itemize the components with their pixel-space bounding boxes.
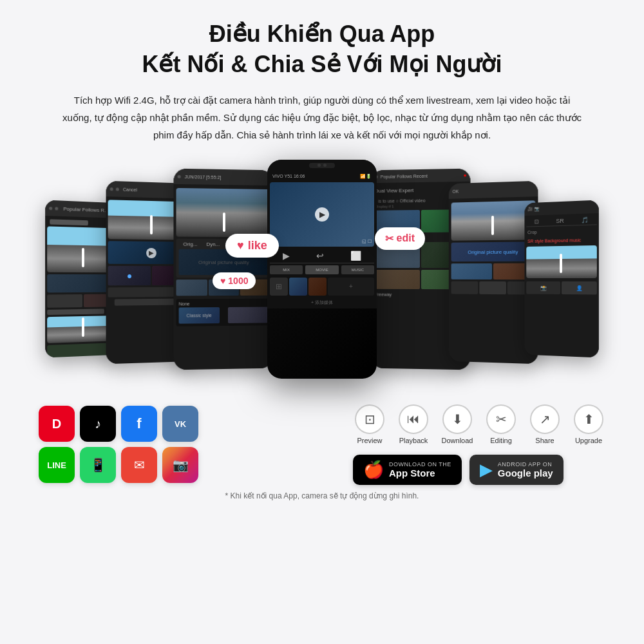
feature-share: ↗ Share xyxy=(528,404,562,444)
phone-far-right: 🎥 📷 ⊡ SR 🎵 Crop SR style Background musi… xyxy=(524,200,598,357)
title-line2: Kết Nối & Chia Sẻ Với Mọi Người xyxy=(142,51,502,77)
main-title: Điều Khiển Qua App Kết Nối & Chia Sẻ Với… xyxy=(142,19,502,80)
description-text: Tích hợp Wifi 2.4G, hỗ trợ cài đặt camer… xyxy=(58,91,586,144)
editing-label: Editing xyxy=(490,437,512,444)
icon-line[interactable]: LINE xyxy=(39,447,75,483)
phone-cluster: ♥ like ✂ edit ♥ 1000 Popular Follows R..… xyxy=(45,150,599,395)
phone-center-main: VIVO Y51 16:06 📶🔋 ▶ ◱ ☐ ▶ ↩ ⬜ MIX MOV xyxy=(267,160,377,379)
feature-upgrade: ⬆ Upgrade xyxy=(572,404,605,444)
edit-bubble: ✂ edit xyxy=(375,227,425,250)
icon-facebook[interactable]: f xyxy=(121,406,157,442)
social-icons-grid: D ♪ f VK LINE 📱 ✉ 📷 xyxy=(39,406,198,483)
phone-center-left: JUN/2017 [5:55:2] Orig... Dyn... Chi... … xyxy=(173,168,273,370)
share-label: Share xyxy=(535,437,554,444)
download-label: Download xyxy=(442,437,473,444)
edit-text: edit xyxy=(397,232,415,244)
share-icon: ↗ xyxy=(530,404,560,434)
heart-count-number: 1000 xyxy=(228,276,248,286)
like-bubble: ♥ like xyxy=(225,234,279,258)
icon-whatsapp[interactable]: 📱 xyxy=(80,447,116,483)
footnote-text: * Khi kết nối qua App, camera sẽ tự động… xyxy=(39,491,605,500)
icon-ddpai[interactable]: D xyxy=(39,406,75,442)
feature-preview: ⊡ Preview xyxy=(353,404,386,444)
feature-editing: ✂ Editing xyxy=(484,404,518,444)
like-text: like xyxy=(248,239,267,252)
upgrade-icon: ⬆ xyxy=(574,404,603,434)
icon-mail[interactable]: ✉ xyxy=(121,447,157,483)
playback-icon: ⏮ xyxy=(399,404,428,434)
heart-count-icon: ♥ xyxy=(220,276,225,286)
google-play-sub: ANDROID APP ON xyxy=(498,461,553,468)
title-section: Điều Khiển Qua App Kết Nối & Chia Sẻ Với… xyxy=(142,19,502,80)
icon-vk[interactable]: VK xyxy=(162,406,198,442)
edit-scissors: ✂ xyxy=(385,232,393,245)
google-play-button[interactable]: ▶ ANDROID APP ON Google play xyxy=(469,455,564,485)
google-play-name: Google play xyxy=(498,468,553,478)
like-heart: ♥ xyxy=(237,239,244,252)
feature-download: ⬇ Download xyxy=(440,404,474,444)
icon-tiktok[interactable]: ♪ xyxy=(80,406,116,442)
apple-icon: 🍎 xyxy=(363,460,384,480)
feature-playback: ⏮ Playback xyxy=(397,404,430,444)
feature-icons-row: ⊡ Preview ⏮ Playback ⬇ Download ✂ Editin… xyxy=(353,404,605,444)
editing-icon: ✂ xyxy=(486,404,516,434)
phone-screen-center-left: JUN/2017 [5:55:2] Orig... Dyn... Chi... … xyxy=(173,168,273,370)
app-store-sub: Download on the xyxy=(389,461,451,468)
preview-label: Preview xyxy=(357,437,382,444)
phone-screen-far-right: 🎥 📷 ⊡ SR 🎵 Crop SR style Background musi… xyxy=(524,200,598,357)
app-store-button[interactable]: 🍎 Download on the App Store xyxy=(353,455,462,485)
title-line1: Điều Khiển Qua App xyxy=(209,21,435,47)
google-play-text: ANDROID APP ON Google play xyxy=(498,461,553,478)
download-icon: ⬇ xyxy=(442,404,472,434)
heart-count-bubble: ♥ 1000 xyxy=(213,272,256,289)
preview-icon: ⊡ xyxy=(355,404,384,434)
upgrade-label: Upgrade xyxy=(575,437,602,444)
google-icon: ▶ xyxy=(480,460,493,480)
page-container: Điều Khiển Qua App Kết Nối & Chia Sẻ Với… xyxy=(0,0,644,644)
icon-instagram[interactable]: 📷 xyxy=(162,447,198,483)
app-store-name: App Store xyxy=(389,468,451,478)
bottom-section: D ♪ f VK LINE 📱 ✉ 📷 xyxy=(39,404,605,485)
app-store-text: Download on the App Store xyxy=(389,461,451,478)
right-section: ⊡ Preview ⏮ Playback ⬇ Download ✂ Editin… xyxy=(353,404,605,485)
playback-label: Playback xyxy=(399,437,428,444)
store-buttons: 🍎 Download on the App Store ▶ ANDROID AP… xyxy=(353,455,564,485)
